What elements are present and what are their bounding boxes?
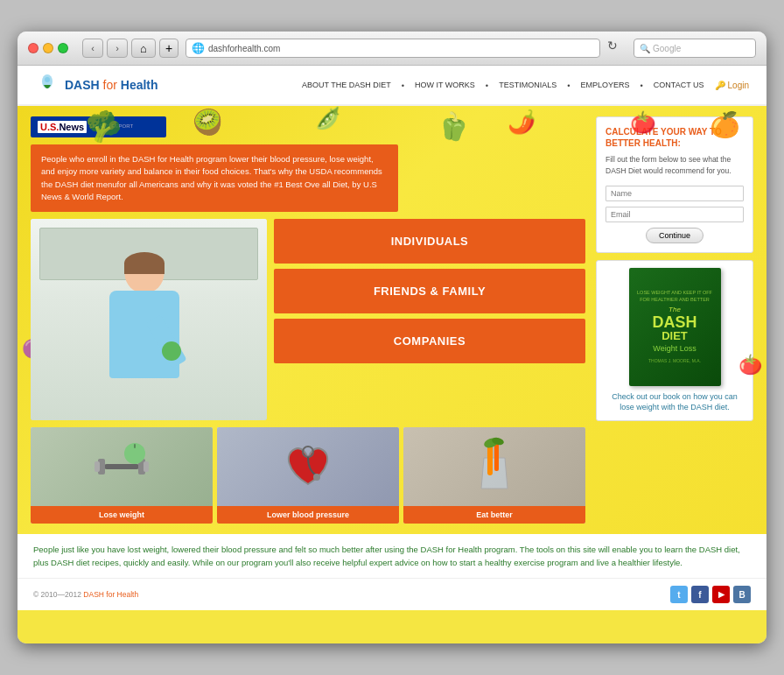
globe-icon: 🌐 (192, 42, 205, 54)
feature-blood-pressure-img (217, 427, 399, 506)
nav-employers[interactable]: EMPLOYERS (581, 81, 630, 89)
feature-eat-better: Eat better (403, 427, 585, 524)
hero-left: U.S.News WORLD REPORT People who enroll … (31, 116, 585, 524)
food-deco-orange: 🍊 (710, 110, 740, 139)
food-deco-peas: 🫛 (315, 106, 341, 130)
search-bar[interactable]: 🔍 Google (634, 39, 756, 58)
book-top-text2: FOR HEALTHIER AND BETTER (640, 297, 710, 302)
nav-menu: ABOUT THE DASH DIET • HOW IT WORKS • TES… (302, 81, 749, 90)
browser-window: ‹ › ⌂ + 🌐 dashforhealth.com ↻ 🔍 Google (18, 32, 766, 643)
login-button[interactable]: 🔑 Login (715, 81, 749, 90)
back-button[interactable]: ‹ (82, 39, 103, 58)
book-author: THOMAS J. MOORE, M.A. (648, 358, 701, 363)
nav-sep-1: • (402, 81, 404, 90)
dumbbell-icon (91, 436, 152, 497)
svg-point-10 (313, 474, 320, 481)
book-description: Check out our book on how you can lose w… (604, 391, 746, 413)
friends-family-button[interactable]: FRIENDS & FAMILY (274, 269, 585, 313)
nav-how[interactable]: HOW IT WORKS (415, 81, 475, 89)
continue-button[interactable]: Continue (646, 228, 704, 243)
action-buttons: INDIVIDUALS FRIENDS & FAMILY COMPANIES (274, 219, 585, 420)
person-hair (124, 252, 164, 274)
feature-blood-pressure: Lower blood pressure (217, 427, 399, 524)
book-top-text: LOSE WEIGHT AND KEEP IT OFF (637, 290, 712, 295)
nav-about[interactable]: ABOUT THE DASH DIET (302, 81, 391, 89)
facebook-icon[interactable]: f (691, 586, 709, 603)
nav-sep-2: • (486, 81, 488, 90)
svg-rect-2 (104, 464, 139, 469)
site-header: DASH for Health ABOUT THE DASH DIET • HO… (18, 66, 766, 106)
bottom-text-content: People just like you have lost weight, l… (33, 545, 740, 567)
nav-sep-3: • (567, 81, 570, 90)
logo[interactable]: DASH for Health (35, 73, 158, 97)
url-text: dashforhealth.com (208, 44, 280, 53)
twitter-icon[interactable]: t (670, 586, 688, 603)
feature-lose-weight-img (31, 427, 213, 506)
home-button[interactable]: ⌂ (131, 39, 156, 58)
vk-icon[interactable]: B (733, 586, 751, 603)
site-footer: © 2010—2012 DASH for Health t f ▶ B (18, 578, 766, 610)
maximize-button[interactable] (58, 43, 68, 53)
bottom-section: People just like you have lost weight, l… (18, 534, 766, 578)
website-content: DASH for Health ABOUT THE DASH DIET • HO… (18, 66, 766, 643)
search-placeholder: Google (653, 44, 681, 53)
social-icons: t f ▶ B (670, 586, 751, 603)
usnews-logo: U.S.News (38, 121, 87, 133)
youtube-icon[interactable]: ▶ (712, 586, 730, 603)
close-button[interactable] (28, 43, 38, 53)
feature-lose-weight: Lose weight (31, 427, 213, 524)
book-diet-title: DIET (662, 330, 688, 341)
address-bar[interactable]: 🌐 dashforhealth.com (186, 39, 600, 58)
logo-text: DASH for Health (65, 77, 158, 93)
search-icon: 🔍 (640, 44, 650, 53)
hero-section: 🥦 🥝 🫛 🫑 🌶️ 🍅 🍊 🥕 🟣 🍅 U.S.News WORLD REPO… (18, 106, 766, 534)
feature-boxes: Lose weight (31, 427, 585, 524)
food-deco-tomato: 🍅 (630, 110, 656, 135)
food-deco-yellow-pepper: 🌶️ (508, 109, 536, 136)
svg-rect-4 (94, 461, 100, 472)
hero-description: People who enroll in the DASH for Health… (31, 144, 398, 212)
nav-sep-4: • (640, 81, 643, 90)
footer-copyright: © 2010—2012 DASH for Health (33, 590, 138, 599)
book-dash-title: DASH (652, 314, 696, 330)
minimize-button[interactable] (43, 43, 53, 53)
feature-eat-better-img (403, 427, 585, 506)
name-input[interactable] (606, 186, 744, 201)
browser-titlebar: ‹ › ⌂ + 🌐 dashforhealth.com ↻ 🔍 Google (18, 32, 766, 66)
book-box: LOSE WEIGHT AND KEEP IT OFF FOR HEALTHIE… (596, 260, 753, 421)
window-controls (28, 43, 68, 53)
food-deco-right-tomato: 🍅 (738, 354, 762, 376)
person-silhouette (66, 245, 223, 420)
forward-button[interactable]: › (107, 39, 128, 58)
book-the: The (668, 306, 681, 313)
svg-rect-11 (487, 445, 493, 475)
footer-brand-link[interactable]: DASH for Health (83, 590, 138, 599)
refresh-button[interactable]: ↻ (607, 39, 626, 58)
feature-eat-better-label: Eat better (403, 506, 585, 524)
companies-button[interactable]: COMPANIES (274, 319, 585, 363)
email-input[interactable] (606, 207, 744, 222)
svg-rect-12 (494, 443, 499, 471)
individuals-button[interactable]: INDIVIDUALS (274, 219, 585, 264)
logo-icon (35, 73, 60, 97)
nav-contact[interactable]: CONTACT US (654, 81, 704, 89)
feature-blood-pressure-label: Lower blood pressure (217, 506, 399, 524)
stethoscope-heart-icon (277, 436, 339, 497)
hero-person-section (31, 219, 267, 420)
apple (162, 341, 181, 361)
key-icon: 🔑 (715, 81, 725, 90)
nav-testimonials[interactable]: TESTIMONIALS (499, 81, 556, 89)
book-subtitle: Weight Loss (653, 344, 696, 353)
svg-rect-6 (144, 461, 149, 472)
vegetables-icon (468, 436, 521, 497)
book-cover: LOSE WEIGHT AND KEEP IT OFF FOR HEALTHIE… (629, 268, 721, 386)
new-tab-button[interactable]: + (159, 39, 178, 58)
food-deco-pepper: 🫑 (435, 108, 472, 144)
hero-main: INDIVIDUALS FRIENDS & FAMILY COMPANIES (31, 219, 585, 420)
nav-controls: ‹ › ⌂ + (82, 39, 178, 58)
calc-description: Fill out the form below to see what the … (606, 154, 744, 177)
svg-point-1 (45, 77, 50, 82)
bottom-text: People just like you have lost weight, l… (33, 543, 751, 569)
feature-lose-weight-label: Lose weight (31, 506, 213, 524)
right-sidebar: CALCULATE YOUR WAY TO BETTER HEALTH: Fil… (596, 116, 753, 524)
